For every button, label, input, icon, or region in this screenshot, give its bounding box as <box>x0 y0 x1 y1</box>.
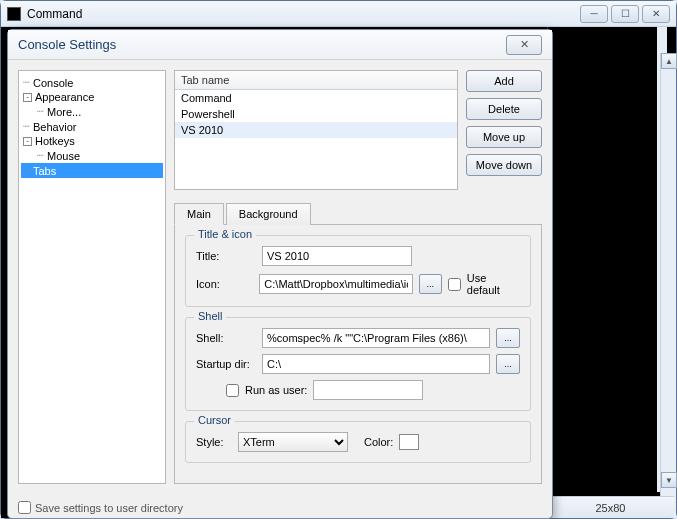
dialog-footer: Save settings to user directory <box>18 501 183 514</box>
shell-label: Shell: <box>196 332 256 344</box>
tree-item-appearance[interactable]: -Appearance <box>21 90 163 104</box>
window-title: Command <box>27 7 82 21</box>
tree-item-hotkeys[interactable]: -Hotkeys <box>21 134 163 148</box>
settings-dialog: Console Settings ✕ ┈Console-Appearance┈M… <box>7 29 553 519</box>
tab-bar: Main Background <box>174 202 542 225</box>
dialog-close-button[interactable]: ✕ <box>506 35 542 55</box>
tree-item-label: Tabs <box>33 165 56 177</box>
tree-item-mouse[interactable]: ┈Mouse <box>21 148 163 163</box>
use-default-label: Use default <box>467 272 520 296</box>
status-size: 25x80 <box>596 502 626 514</box>
tab-background[interactable]: Background <box>226 203 311 225</box>
style-label: Style: <box>196 436 232 448</box>
group-label-title-icon: Title & icon <box>194 228 256 240</box>
tree-item-label: Appearance <box>35 91 94 103</box>
tree-dots-icon: ┈ <box>37 105 44 118</box>
tree-item-label: Mouse <box>47 150 80 162</box>
main-window: Command ─ ☐ ✕ ▲ ▼ 25x80 Console Settings… <box>0 0 677 519</box>
color-label: Color: <box>364 436 393 448</box>
tab-name-list[interactable]: Tab name CommandPowershellVS 2010 <box>174 70 458 190</box>
group-label-shell: Shell <box>194 310 226 322</box>
tree-item-label: Console <box>33 77 73 89</box>
run-as-user-label: Run as user: <box>245 384 307 396</box>
tree-item-console[interactable]: ┈Console <box>21 75 163 90</box>
add-button[interactable]: Add <box>466 70 542 92</box>
maximize-button[interactable]: ☐ <box>611 5 639 23</box>
save-settings-label: Save settings to user directory <box>35 502 183 514</box>
startup-dir-input[interactable] <box>262 354 490 374</box>
app-icon <box>7 7 21 21</box>
tree-toggle-icon[interactable]: - <box>23 93 32 102</box>
minimize-button[interactable]: ─ <box>580 5 608 23</box>
status-bar: 25x80 <box>547 496 674 518</box>
run-as-user-input[interactable] <box>313 380 423 400</box>
tab-name-row[interactable]: VS 2010 <box>175 122 457 138</box>
group-title-icon: Title & icon Title: Icon: ... Use defaul <box>185 235 531 307</box>
dialog-title: Console Settings <box>18 37 116 52</box>
scroll-up-icon[interactable]: ▲ <box>661 53 677 69</box>
group-shell: Shell Shell: ... Startup dir: ... <box>185 317 531 411</box>
settings-tree[interactable]: ┈Console-Appearance┈More...┈Behavior-Hot… <box>18 70 166 484</box>
color-swatch[interactable] <box>399 434 419 450</box>
scroll-down-icon[interactable]: ▼ <box>661 472 677 488</box>
icon-input[interactable] <box>259 274 412 294</box>
tree-dots-icon: ┈ <box>37 149 44 162</box>
group-cursor: Cursor Style: XTerm Color: <box>185 421 531 463</box>
tree-item-label: Behavior <box>33 121 76 133</box>
main-panel: Title & icon Title: Icon: ... Use defaul <box>174 225 542 484</box>
tree-dots-icon: ┈ <box>23 120 30 133</box>
dialog-titlebar[interactable]: Console Settings ✕ <box>8 30 552 60</box>
settings-right-pane: Tab name CommandPowershellVS 2010 Add De… <box>174 70 542 484</box>
shell-browse-button[interactable]: ... <box>496 328 520 348</box>
tree-item-label: More... <box>47 106 81 118</box>
tree-dots-icon: ┈ <box>23 164 30 177</box>
run-as-user-checkbox[interactable] <box>226 384 239 397</box>
title-label: Title: <box>196 250 256 262</box>
move-up-button[interactable]: Move up <box>466 126 542 148</box>
tab-name-row[interactable]: Powershell <box>175 106 457 122</box>
icon-browse-button[interactable]: ... <box>419 274 442 294</box>
icon-label: Icon: <box>196 278 253 290</box>
use-default-checkbox[interactable] <box>448 278 461 291</box>
tree-item-more-[interactable]: ┈More... <box>21 104 163 119</box>
close-button[interactable]: ✕ <box>642 5 670 23</box>
startup-browse-button[interactable]: ... <box>496 354 520 374</box>
style-select[interactable]: XTerm <box>238 432 348 452</box>
window-body: ▲ ▼ 25x80 Console Settings ✕ ┈Console-Ap… <box>1 27 676 518</box>
tree-item-tabs[interactable]: ┈Tabs <box>21 163 163 178</box>
tree-item-label: Hotkeys <box>35 135 75 147</box>
tab-list-header: Tab name <box>175 71 457 90</box>
titlebar[interactable]: Command ─ ☐ ✕ <box>1 1 676 27</box>
tab-name-row[interactable]: Command <box>175 90 457 106</box>
delete-button[interactable]: Delete <box>466 98 542 120</box>
tree-toggle-icon[interactable]: - <box>23 137 32 146</box>
tree-dots-icon: ┈ <box>23 76 30 89</box>
tab-main[interactable]: Main <box>174 203 224 225</box>
move-down-button[interactable]: Move down <box>466 154 542 176</box>
title-input[interactable] <box>262 246 412 266</box>
tree-item-behavior[interactable]: ┈Behavior <box>21 119 163 134</box>
group-label-cursor: Cursor <box>194 414 235 426</box>
startup-dir-label: Startup dir: <box>196 358 256 370</box>
save-settings-checkbox[interactable] <box>18 501 31 514</box>
shell-input[interactable] <box>262 328 490 348</box>
vertical-scrollbar[interactable]: ▲ ▼ <box>660 53 676 518</box>
console-output[interactable] <box>547 27 667 492</box>
